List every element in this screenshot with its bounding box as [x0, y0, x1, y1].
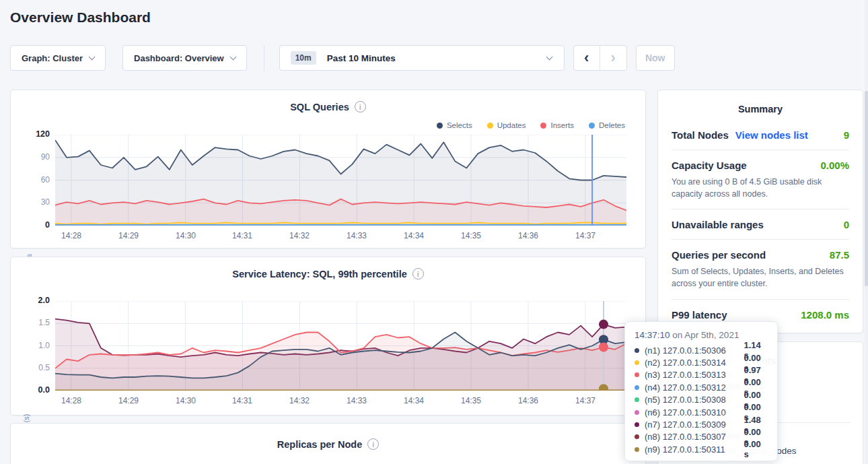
node-color-dot-icon [635, 397, 639, 402]
x-axis-tick: 14:34 [404, 396, 424, 405]
x-axis-tick: 14:28 [61, 396, 81, 405]
hover-dot-icon [599, 343, 608, 352]
y-axis-tick: 2.0 [15, 296, 50, 305]
legend-dot-icon [437, 123, 443, 129]
toolbar: Graph: Cluster Dashboard: Overview 10m P… [10, 45, 675, 71]
legend-item-deletes[interactable]: Deletes [589, 121, 625, 129]
chart-hover-tooltip: 14:37:10 on Apr 5th, 2021 (n1) 127.0.0.1… [624, 321, 778, 461]
y-axis-tick: 0 [15, 220, 50, 230]
summary-desc: You are using 0 B of 4.5 GiB usable disk… [672, 176, 849, 200]
sql-queries-chart-card: SQL Queries i Selects Updates Inserts De… [10, 90, 646, 248]
summary-label: Total Nodes [672, 129, 729, 141]
node-color-dot-icon [635, 410, 639, 415]
legend-item-updates[interactable]: Updates [487, 121, 526, 129]
scrollbar[interactable] [865, 0, 868, 464]
scrollbar-thumb[interactable] [865, 91, 868, 286]
info-icon[interactable]: i [412, 268, 424, 279]
summary-panel: Summary Total Nodes View nodes list 9 Ca… [657, 90, 863, 333]
info-icon[interactable]: i [355, 101, 366, 112]
page-title: Overview Dashboard [10, 9, 151, 26]
x-axis-tick: 14:31 [232, 396, 252, 405]
tooltip-node-label: (n2) 127.0.0.1:50314 [645, 358, 744, 368]
summary-label: Queries per second [672, 249, 766, 261]
x-axis-tick: 14:35 [461, 396, 481, 405]
node-color-dot-icon [635, 372, 639, 377]
x-axis-tick: 14:37 [575, 231, 595, 240]
y-axis-tick: 30 [15, 197, 50, 207]
summary-row: Queries per second 87.5 Sum of Selects, … [672, 240, 849, 299]
chevron-down-icon [229, 53, 236, 60]
node-color-dot-icon [635, 434, 639, 439]
x-axis-tick: 14:30 [176, 396, 196, 405]
x-axis-tick: 14:33 [347, 231, 367, 240]
tooltip-node-label: (n3) 127.0.0.1:50313 [645, 370, 744, 380]
tooltip-node-label: (n8) 127.0.0.1:50307 [645, 432, 744, 442]
graph-dropdown[interactable]: Graph: Cluster [10, 45, 106, 71]
tooltip-node-label: (n9) 127.0.0.1:50311 [645, 444, 744, 455]
view-nodes-link[interactable]: View nodes list [735, 129, 808, 141]
x-axis-tick: 14:30 [176, 231, 196, 240]
summary-rows: Total Nodes View nodes list 9 Capacity U… [658, 114, 863, 329]
replicas-chart-title: Replicas per Node [277, 439, 363, 450]
legend-dot-icon [589, 123, 595, 129]
node-color-dot-icon [635, 348, 639, 353]
service-latency-chart-card: Service Latency: SQL, 99th percentile i … [10, 257, 646, 416]
y-axis-tick: 0.0 [15, 385, 50, 395]
y-axis-tick: 60 [15, 175, 50, 185]
sql-chart-plot[interactable] [55, 135, 626, 226]
summary-value: 87.5 [830, 249, 849, 261]
x-axis-tick: 14:31 [232, 231, 252, 240]
legend-item-selects[interactable]: Selects [437, 121, 472, 129]
x-axis-tick: 14:32 [289, 231, 310, 240]
summary-title: Summary [658, 90, 863, 114]
now-button[interactable]: Now [636, 45, 675, 71]
x-axis-tick: 14:36 [518, 231, 538, 240]
summary-label: Capacity Usage [672, 160, 747, 171]
y-axis-tick: 1.5 [15, 318, 50, 327]
x-axis-tick: 14:37 [575, 396, 595, 405]
chevron-down-icon [546, 54, 552, 61]
next-time-button[interactable]: › [600, 46, 626, 70]
summary-row: Unavailable ranges 0 [672, 209, 849, 240]
tooltip-node-value: 0.00 s [744, 439, 768, 459]
summary-value: 0 [844, 219, 849, 230]
summary-value: 1208.0 ms [801, 309, 849, 321]
tooltip-node-label: (n1) 127.0.0.1:50306 [645, 345, 744, 356]
latency-chart-plot[interactable] [55, 301, 626, 391]
sql-legend: Selects Updates Inserts Deletes [437, 121, 625, 129]
y-axis-tick: 1.0 [15, 341, 50, 350]
x-axis-tick: 14:35 [461, 231, 481, 240]
tooltip-node-label: (n6) 127.0.0.1:50310 [645, 407, 744, 418]
dashboard-dropdown[interactable]: Dashboard: Overview [122, 45, 247, 71]
time-range-dropdown[interactable]: 10m Past 10 Minutes [279, 45, 565, 71]
legend-item-inserts[interactable]: Inserts [540, 121, 574, 129]
tooltip-row: (n9) 127.0.0.1:50311 0.00 s [635, 443, 768, 455]
time-nav-arrows: ‹ › [573, 45, 627, 71]
x-axis-tick: 14:32 [289, 396, 310, 405]
x-axis-tick: 14:28 [61, 231, 81, 240]
x-axis-tick: 14:36 [518, 396, 538, 405]
x-axis-tick: 14:33 [347, 396, 367, 405]
time-range-badge: 10m [291, 51, 316, 65]
summary-row: Total Nodes View nodes list 9 [672, 120, 849, 150]
summary-row: Capacity Usage 0.00% You are using 0 B o… [672, 150, 849, 209]
chevron-down-icon [89, 53, 96, 60]
summary-label: Unavailable ranges [672, 219, 764, 230]
y-axis-tick: 0.5 [15, 363, 50, 372]
toolbar-divider [264, 45, 264, 71]
summary-value: 9 [844, 129, 849, 141]
sql-chart-title: SQL Queries [290, 102, 349, 112]
tooltip-timestamp: 14:37:10 on Apr 5th, 2021 [635, 330, 768, 340]
node-color-dot-icon [635, 447, 639, 452]
prev-time-button[interactable]: ‹ [574, 46, 600, 70]
node-color-dot-icon [635, 422, 639, 427]
legend-dot-icon [540, 123, 546, 129]
x-axis-tick: 14:29 [118, 231, 139, 240]
y-axis-tick: 120 [15, 129, 50, 139]
tooltip-rows: (n1) 127.0.0.1:50306 1.14 s (n2) 127.0.0… [635, 344, 768, 456]
summary-desc: Sum of Selects, Updates, Inserts, and De… [672, 265, 849, 290]
node-color-dot-icon [635, 360, 639, 365]
tooltip-node-label: (n5) 127.0.0.1:50308 [645, 395, 744, 405]
info-icon[interactable]: i [367, 438, 379, 450]
x-axis-tick: 14:29 [118, 396, 139, 405]
